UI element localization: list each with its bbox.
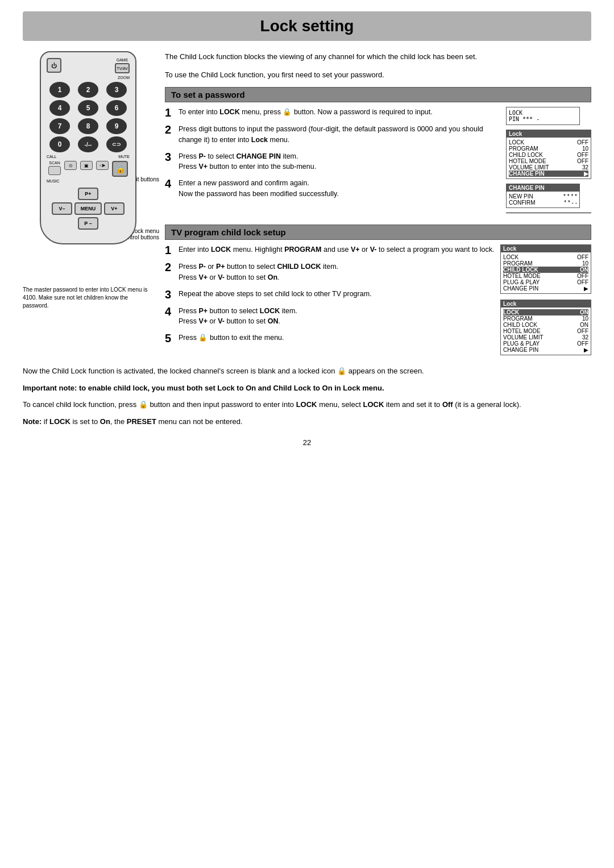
tv-step-3-text: Repeat the above steps to set child lock… bbox=[179, 289, 372, 300]
p-plus-button[interactable]: P+ bbox=[78, 188, 98, 200]
step-1-num: 1 bbox=[165, 107, 175, 118]
scan-label: SCAN bbox=[49, 161, 60, 165]
lock-row-childlock: CHILD LOCKOFF bbox=[509, 152, 588, 158]
lm3-hotel: HOTEL MODEOFF bbox=[503, 328, 588, 334]
tv-step-3: 3 Repeat the above steps to set child lo… bbox=[165, 289, 495, 300]
digit-3[interactable]: 3 bbox=[106, 82, 127, 98]
step-4: 4 Enter a new password and confirm again… bbox=[165, 178, 500, 200]
remote-control: ⏻ GAME TV/AV ZOOM 1 2 3 4 5 6 7 bbox=[40, 51, 136, 244]
step-4-text: Enter a new password and confirm again. … bbox=[179, 178, 339, 200]
lock-row-volume: VOLUME LIMIT32 bbox=[509, 164, 588, 171]
change-pin-confirm: CONFIRM* * - - bbox=[509, 200, 577, 206]
lm3-volume: VOLUME LIMIT32 bbox=[503, 334, 588, 340]
lock-menu3-content: LOCKON PROGRAM10 CHILD LOCKON HOTEL MODE… bbox=[501, 308, 591, 355]
bottom-text1: Now the Child Lock function is activated… bbox=[23, 366, 591, 377]
lm3-program: PROGRAM10 bbox=[503, 315, 588, 322]
set-password-header: To set a password bbox=[165, 87, 591, 102]
lock-menu3-box: Lock LOCKON PROGRAM10 CHILD LOCKON HOTEL… bbox=[500, 300, 591, 355]
btn-film[interactable]: ▣ bbox=[80, 161, 93, 170]
remote-caption: The master password to enter into LOCK m… bbox=[23, 286, 154, 310]
lock-menu2-title: Lock bbox=[501, 245, 591, 252]
lock-display-line1: LOCK bbox=[509, 110, 577, 116]
tv-step-2-num: 2 bbox=[165, 261, 175, 273]
lm2-program: PROGRAM10 bbox=[503, 260, 588, 267]
tv-step-1: 1 Enter into LOCK menu. Highlight PROGRA… bbox=[165, 244, 495, 256]
tv-section: TV program child lock setup 1 Enter into… bbox=[165, 225, 591, 360]
change-pin-box: CHANGE PIN NEW PIN* * * * CONFIRM* * - - bbox=[506, 184, 580, 208]
lock-row-program: PROGRAM10 bbox=[509, 146, 588, 152]
tv-step-1-text: Enter into LOCK menu. Highlight PROGRAM … bbox=[179, 244, 495, 255]
step-2: 2 Press digit buttons to input the passw… bbox=[165, 124, 500, 146]
digit-cc[interactable]: ⊂⊃ bbox=[106, 136, 127, 152]
zoom-label: ZOOM bbox=[47, 76, 130, 80]
change-pin-content: NEW PIN* * * * CONFIRM* * - - bbox=[507, 192, 579, 207]
tv-program-header: TV program child lock setup bbox=[165, 225, 591, 240]
step-4-num: 4 bbox=[165, 178, 175, 189]
tv-step-5-text: Press 🔒 button to exit the menu. bbox=[179, 333, 284, 343]
tv-step-4: 4 Press P+ button to select LOCK item. P… bbox=[165, 306, 495, 327]
lock-display-line2: PIN *** - bbox=[509, 116, 577, 122]
call-label: CALL bbox=[47, 155, 57, 159]
digit-6[interactable]: 6 bbox=[106, 100, 127, 116]
cancel-text: To cancel child lock function, press 🔒 b… bbox=[23, 399, 591, 410]
music-label: MUSIC bbox=[47, 179, 130, 183]
note-text: Note: if LOCK is set to On, the PRESET m… bbox=[23, 416, 591, 427]
digit-2[interactable]: 2 bbox=[78, 82, 98, 98]
lm3-lock: LOCKON bbox=[503, 309, 588, 315]
step-3: 3 Press P- to select CHANGE PIN item. Pr… bbox=[165, 151, 500, 173]
lock-button[interactable]: 🔒 bbox=[112, 161, 128, 177]
lm2-changepin: CHANGE PIN▶ bbox=[503, 285, 588, 292]
change-pin-title: CHANGE PIN bbox=[507, 184, 579, 192]
game-label: GAME bbox=[117, 58, 128, 62]
divider-1 bbox=[506, 213, 591, 213]
nav-cluster: P+ V– MENU V+ P – bbox=[47, 188, 130, 230]
lock-row-lock: LOCKOFF bbox=[509, 139, 588, 146]
tv-step-5-num: 5 bbox=[165, 333, 175, 344]
btn-circle1[interactable]: ⊙ bbox=[64, 161, 77, 170]
lock-row-changepin: CHANGE PIN▶ bbox=[509, 171, 588, 177]
right-content: The Child Lock function blocks the viewi… bbox=[165, 51, 591, 360]
step-3-num: 3 bbox=[165, 151, 175, 163]
tv-av-button[interactable]: TV/AV bbox=[115, 63, 130, 73]
digit-7[interactable]: 7 bbox=[49, 118, 70, 134]
lm2-lock: LOCKOFF bbox=[503, 254, 588, 260]
tv-step-1-num: 1 bbox=[165, 244, 175, 256]
step-1: 1 To enter into LOCK menu, press 🔒 butto… bbox=[165, 107, 500, 118]
digit-1[interactable]: 1 bbox=[49, 82, 70, 98]
digit-4[interactable]: 4 bbox=[49, 100, 70, 116]
tv-step-2-text: Press P- or P+ button to select CHILD LO… bbox=[179, 261, 338, 283]
digit-8[interactable]: 8 bbox=[78, 118, 98, 134]
step-3-text: Press P- to select CHANGE PIN item. Pres… bbox=[179, 151, 316, 173]
page-number: 22 bbox=[23, 438, 591, 447]
lm2-plug: PLUG & PLAYOFF bbox=[503, 279, 588, 285]
lock-menu-title: Lock bbox=[507, 130, 591, 138]
v-plus-button[interactable]: V+ bbox=[104, 202, 125, 215]
digit-5[interactable]: 5 bbox=[78, 100, 98, 116]
set-password-steps: 1 To enter into LOCK menu, press 🔒 butto… bbox=[165, 107, 500, 217]
important-note: Important note: to enable child lock, yo… bbox=[23, 383, 591, 394]
v-minus-button[interactable]: V– bbox=[52, 202, 72, 215]
scan-button[interactable] bbox=[48, 166, 61, 175]
lock-menu-content: LOCKOFF PROGRAM10 CHILD LOCKOFF HOTEL MO… bbox=[507, 138, 591, 178]
lm3-childlock: CHILD LOCKON bbox=[503, 322, 588, 328]
btn-ipi[interactable]: ◁▶ bbox=[96, 161, 109, 170]
menu-button[interactable]: MENU bbox=[74, 202, 102, 215]
tv-step-4-num: 4 bbox=[165, 306, 175, 317]
lock-row-hotel: HOTEL MODEOFF bbox=[509, 158, 588, 164]
menu-displays: LOCK PIN *** - Lock LOCKOFF PROGRAM10 CH… bbox=[506, 107, 591, 217]
tv-step-5: 5 Press 🔒 button to exit the menu. bbox=[165, 333, 495, 344]
lock-menu2-content: LOCKOFF PROGRAM10 CHILD LOCKON HOTEL MOD… bbox=[501, 252, 591, 293]
change-pin-new: NEW PIN* * * * bbox=[509, 193, 577, 200]
digit-0[interactable]: 0 bbox=[49, 136, 70, 152]
lm2-hotel: HOTEL MODEOFF bbox=[503, 273, 588, 279]
digit-grid: 1 2 3 4 5 6 7 8 9 0 -/-- ⊂⊃ bbox=[47, 82, 130, 152]
digit-dash[interactable]: -/-- bbox=[78, 136, 98, 152]
digit-9[interactable]: 9 bbox=[106, 118, 127, 134]
p-minus-button[interactable]: P – bbox=[78, 217, 98, 230]
remote-section: ⏻ GAME TV/AV ZOOM 1 2 3 4 5 6 7 bbox=[23, 51, 154, 360]
lm2-childlock: CHILD LOCKON bbox=[503, 267, 588, 273]
tv-step-3-num: 3 bbox=[165, 289, 175, 300]
power-button[interactable]: ⏻ bbox=[47, 58, 61, 73]
tv-step-2: 2 Press P- or P+ button to select CHILD … bbox=[165, 261, 495, 283]
step-1-text: To enter into LOCK menu, press 🔒 button.… bbox=[179, 107, 433, 118]
